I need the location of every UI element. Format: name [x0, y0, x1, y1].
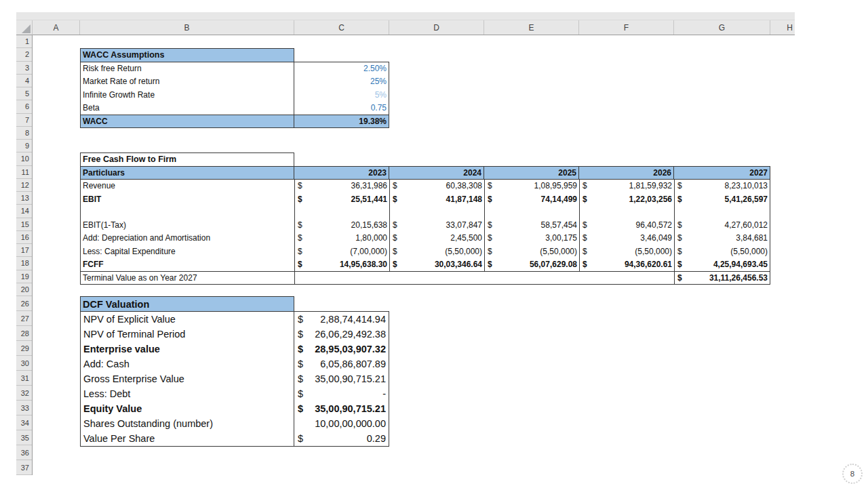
wacc-label-cell[interactable]: Market Rate of return	[81, 75, 294, 88]
dcf-value-cell[interactable]: $28,95,03,907.32	[294, 342, 389, 357]
row-header-6[interactable]: 6	[16, 100, 32, 113]
row-header-27[interactable]: 27	[16, 311, 32, 326]
dcf-label-cell[interactable]: Equity Value	[81, 401, 294, 416]
row-header-8[interactable]: 8	[16, 127, 32, 140]
fcff-value-cell[interactable]: $(5,50,000)	[675, 245, 770, 258]
row-header-11[interactable]: 11	[16, 166, 32, 179]
row-header-9[interactable]: 9	[16, 140, 32, 152]
fcff-row-label-cell[interactable]: Add: Depreciation and Amortisation	[81, 232, 295, 245]
row-header-19[interactable]: 19	[16, 270, 32, 283]
fcff-row-label-cell[interactable]: Revenue	[81, 180, 295, 192]
fcff-row-label-cell[interactable]	[81, 205, 295, 218]
fcff-terminal-merged-cell[interactable]	[295, 272, 675, 284]
select-all-corner[interactable]	[16, 20, 33, 35]
wacc-total-label-cell[interactable]: WACC	[81, 115, 294, 128]
fcff-value-cell[interactable]: $1,80,000	[295, 232, 390, 245]
dcf-label-cell[interactable]: NPV of Terminal Period	[81, 327, 294, 342]
fcff-value-cell[interactable]: $1,08,95,959	[485, 180, 580, 192]
dcf-label-cell[interactable]: Value Per Share	[81, 431, 294, 446]
fcff-year-header-2025[interactable]: 2025	[484, 167, 579, 179]
row-header-35[interactable]: 35	[16, 430, 32, 445]
fcff-value-cell[interactable]	[580, 205, 675, 218]
row-header-37[interactable]: 37	[16, 460, 32, 475]
row-header-4[interactable]: 4	[16, 75, 32, 87]
row-header-36[interactable]: 36	[16, 445, 32, 460]
fcff-value-cell[interactable]: $30,03,346.64	[390, 258, 485, 270]
sheet-body[interactable]: WACC Assumptions Risk free ReturnMarket …	[33, 35, 795, 475]
column-header-a[interactable]: A	[33, 20, 80, 35]
column-header-g[interactable]: G	[674, 20, 770, 35]
fcff-value-cell[interactable]: $74,14,499	[485, 192, 580, 205]
dcf-value-cell[interactable]: $2,88,74,414.94	[294, 312, 389, 327]
fcff-year-header-2027[interactable]: 2027	[674, 167, 770, 179]
wacc-value-cell[interactable]: 2.50%	[294, 62, 389, 75]
fcff-value-cell[interactable]: $(5,50,000)	[580, 245, 675, 258]
fcff-value-cell[interactable]: $2,45,500	[390, 232, 485, 245]
fcff-row-label-cell[interactable]: Less: Capital Expenditure	[81, 245, 295, 258]
row-header-30[interactable]: 30	[16, 356, 32, 371]
fcff-value-cell[interactable]: $3,46,049	[580, 232, 675, 245]
dcf-value-cell[interactable]: $6,05,86,807.89	[294, 357, 389, 371]
fcff-value-cell[interactable]: $8,23,10,013	[675, 180, 770, 192]
wacc-value-cell[interactable]: 5%	[294, 88, 389, 101]
fcff-title-cell[interactable]: Free Cash Flow to Firm	[80, 152, 294, 166]
wacc-total-value-cell[interactable]: 19.38%	[294, 115, 389, 128]
dcf-label-cell[interactable]: Add: Cash	[81, 357, 294, 371]
dcf-label-cell[interactable]: Gross Enterprise Value	[81, 371, 294, 386]
wacc-title-cell[interactable]: WACC Assumptions	[80, 48, 294, 62]
fcff-value-cell[interactable]	[390, 205, 485, 218]
fcff-value-cell[interactable]: $96,40,572	[580, 219, 675, 232]
row-header-2[interactable]: 2	[16, 48, 32, 61]
fcff-value-cell[interactable]: $60,38,308	[390, 180, 485, 192]
column-header-f[interactable]: F	[579, 20, 674, 35]
fcff-value-cell[interactable]: $4,27,60,012	[675, 219, 770, 232]
fcff-value-cell[interactable]: $14,95,638.30	[295, 258, 390, 270]
column-header-e[interactable]: E	[484, 20, 579, 35]
dcf-label-cell[interactable]: NPV of Explicit Value	[81, 312, 294, 327]
fcff-value-cell[interactable]: $36,31,986	[295, 180, 390, 192]
row-header-5[interactable]: 5	[16, 87, 32, 100]
fcff-value-cell[interactable]: $(5,50,000)	[485, 245, 580, 258]
fcff-value-cell[interactable]	[485, 205, 580, 218]
fcff-row-label-cell[interactable]: EBIT	[81, 192, 295, 205]
column-header-c[interactable]: C	[294, 20, 389, 35]
wacc-label-cell[interactable]: Infinite Growth Rate	[81, 88, 294, 101]
dcf-value-cell[interactable]: $0.29	[294, 431, 389, 446]
dcf-title-cell[interactable]: DCF Valuation	[80, 296, 294, 312]
row-header-7[interactable]: 7	[16, 114, 32, 127]
dcf-value-cell[interactable]: 10,00,00,000.00	[294, 416, 389, 431]
fcff-year-header-2024[interactable]: 2024	[389, 167, 484, 179]
fcff-value-cell[interactable]: $58,57,454	[485, 219, 580, 232]
fcff-value-cell[interactable]: $3,84,681	[675, 232, 770, 245]
column-header-d[interactable]: D	[389, 20, 484, 35]
row-header-31[interactable]: 31	[16, 371, 32, 386]
wacc-value-cell[interactable]: 25%	[294, 75, 389, 88]
fcff-value-cell[interactable]: $(7,00,000)	[295, 245, 390, 258]
dcf-value-cell[interactable]: $35,00,90,715.21	[294, 371, 389, 386]
fcff-row-label-cell[interactable]: EBIT(1-Tax)	[81, 219, 295, 232]
row-header-20[interactable]: 20	[16, 283, 32, 296]
dcf-value-cell[interactable]: $-	[294, 386, 389, 401]
row-header-33[interactable]: 33	[16, 401, 32, 415]
fcff-value-cell[interactable]: $94,36,620.61	[580, 258, 675, 270]
row-header-13[interactable]: 13	[16, 192, 32, 205]
row-header-34[interactable]: 34	[16, 415, 32, 430]
dcf-label-cell[interactable]: Less: Debt	[81, 386, 294, 401]
column-header-b[interactable]: B	[80, 20, 294, 35]
row-header-32[interactable]: 32	[16, 386, 32, 401]
row-header-16[interactable]: 16	[16, 231, 32, 244]
dcf-label-cell[interactable]: Shares Outstanding (number)	[81, 416, 294, 431]
row-header-28[interactable]: 28	[16, 326, 32, 341]
fcff-row-label-cell[interactable]: FCFF	[81, 258, 295, 270]
fcff-year-header-2026[interactable]: 2026	[579, 167, 674, 179]
fcff-value-cell[interactable]: $56,07,629.08	[485, 258, 580, 270]
fcff-value-cell[interactable]	[675, 205, 770, 218]
column-header-h[interactable]: H	[770, 20, 795, 35]
fcff-value-cell[interactable]: $1,81,59,932	[580, 180, 675, 192]
row-header-29[interactable]: 29	[16, 341, 32, 356]
fcff-value-cell[interactable]: $3,00,175	[485, 232, 580, 245]
row-header-18[interactable]: 18	[16, 257, 32, 270]
fcff-value-cell[interactable]: $1,22,03,256	[580, 192, 675, 205]
dcf-value-cell[interactable]: $35,00,90,715.21	[294, 401, 389, 416]
dcf-value-cell[interactable]: $26,06,29,492.38	[294, 327, 389, 342]
